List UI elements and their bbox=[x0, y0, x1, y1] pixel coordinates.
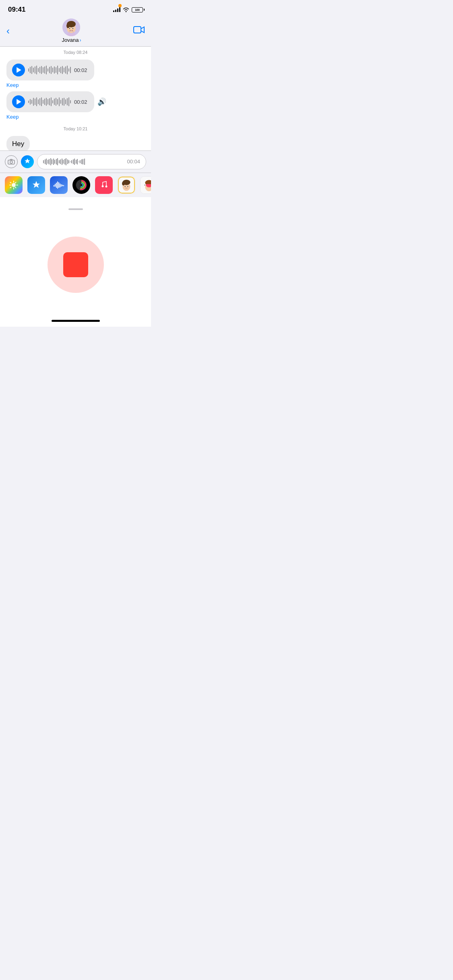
keep-link-2[interactable]: Keep bbox=[6, 114, 19, 120]
svg-point-43 bbox=[122, 181, 125, 185]
svg-rect-16 bbox=[13, 187, 14, 189]
app-music-button[interactable] bbox=[95, 176, 113, 194]
sticker-app-icon bbox=[141, 176, 151, 194]
memoji-app-icon bbox=[118, 176, 135, 194]
svg-rect-15 bbox=[13, 181, 14, 183]
orange-dot bbox=[118, 4, 122, 7]
play-button-2[interactable] bbox=[12, 95, 25, 108]
keep-link-1[interactable]: Keep bbox=[6, 82, 19, 88]
svg-marker-10 bbox=[17, 99, 21, 105]
svg-point-7 bbox=[72, 28, 73, 29]
audio-input-duration: 00:04 bbox=[127, 159, 140, 165]
messages-area: Today 08:24 00:02 Keep bbox=[0, 47, 151, 150]
text-bubble-1: Hey bbox=[6, 136, 30, 150]
svg-marker-9 bbox=[17, 67, 21, 73]
audio-input-field[interactable]: 00:04 bbox=[37, 154, 146, 169]
svg-rect-19 bbox=[10, 181, 12, 183]
contact-info[interactable]: Jovana › bbox=[62, 19, 81, 43]
camera-button[interactable] bbox=[5, 155, 18, 168]
messages-scroll: Today 08:24 00:02 Keep bbox=[0, 47, 151, 150]
duration-1: 00:02 bbox=[74, 67, 89, 73]
input-bar: 00:04 bbox=[0, 150, 151, 173]
activity-icon bbox=[75, 179, 88, 191]
appstore-button[interactable] bbox=[21, 155, 34, 168]
svg-rect-26 bbox=[57, 181, 58, 189]
recording-area bbox=[0, 197, 151, 317]
svg-rect-30 bbox=[62, 185, 63, 186]
svg-rect-18 bbox=[16, 185, 18, 185]
signal-icon bbox=[113, 7, 120, 12]
speaker-icon: 🔊 bbox=[97, 97, 106, 106]
appstore-app-icon bbox=[31, 180, 41, 190]
voice-icon bbox=[54, 181, 64, 189]
svg-rect-22 bbox=[14, 186, 17, 188]
svg-rect-21 bbox=[14, 181, 17, 183]
back-chevron-icon: ‹ bbox=[6, 25, 10, 37]
svg-rect-28 bbox=[60, 183, 60, 187]
svg-rect-31 bbox=[63, 185, 64, 186]
timestamp-2: Today 10:21 bbox=[0, 126, 151, 131]
audio-input-waveform bbox=[43, 158, 124, 166]
stop-recording-outer bbox=[48, 237, 104, 293]
svg-rect-8 bbox=[134, 27, 141, 33]
svg-rect-27 bbox=[58, 182, 59, 188]
svg-point-46 bbox=[125, 186, 126, 187]
svg-rect-25 bbox=[56, 183, 57, 188]
contact-name: Jovana › bbox=[62, 37, 81, 43]
apps-row bbox=[0, 173, 151, 197]
stop-recording-button[interactable] bbox=[63, 252, 88, 277]
battery-icon: 100 bbox=[132, 7, 143, 12]
play-icon-1 bbox=[17, 67, 21, 73]
play-icon-2 bbox=[17, 99, 21, 105]
home-bar bbox=[52, 320, 100, 322]
camera-icon bbox=[8, 159, 15, 165]
waveform-2 bbox=[28, 97, 71, 107]
app-container: 09:41 100 ‹ bbox=[0, 0, 151, 327]
svg-point-14 bbox=[12, 183, 16, 187]
svg-rect-17 bbox=[9, 185, 11, 185]
app-photos-button[interactable] bbox=[5, 176, 23, 194]
svg-rect-23 bbox=[54, 185, 54, 187]
appstore-icon bbox=[24, 158, 31, 165]
app-appstore-button[interactable] bbox=[27, 176, 45, 194]
app-voice-button[interactable] bbox=[50, 176, 68, 194]
svg-point-13 bbox=[10, 161, 12, 163]
status-icons: 100 bbox=[113, 7, 143, 12]
drag-indicator bbox=[68, 208, 83, 210]
video-call-button[interactable] bbox=[133, 25, 145, 36]
svg-rect-29 bbox=[61, 184, 62, 187]
photos-icon bbox=[9, 180, 19, 190]
timestamp-1: Today 08:24 bbox=[0, 50, 151, 55]
nav-header: ‹ bbox=[0, 17, 151, 47]
voice-bubble-1[interactable]: 00:02 bbox=[6, 60, 94, 80]
wifi-icon bbox=[123, 7, 129, 12]
svg-rect-24 bbox=[55, 184, 56, 187]
svg-point-6 bbox=[69, 28, 70, 29]
back-button[interactable]: ‹ bbox=[6, 25, 10, 37]
app-activity-button[interactable] bbox=[72, 176, 90, 194]
svg-point-47 bbox=[127, 186, 128, 187]
avatar bbox=[62, 19, 80, 36]
duration-2: 00:02 bbox=[74, 99, 89, 105]
contact-chevron-icon: › bbox=[79, 37, 81, 43]
status-bar: 09:41 100 bbox=[0, 0, 151, 17]
waveform-1 bbox=[28, 65, 71, 75]
message-voice-1: 00:02 Keep bbox=[0, 58, 151, 90]
memoji-avatar bbox=[62, 19, 80, 36]
message-text-1: Hey bbox=[0, 134, 151, 150]
home-indicator bbox=[0, 317, 151, 327]
voice-bubble-2[interactable]: 00:02 bbox=[6, 91, 94, 112]
play-button-1[interactable] bbox=[12, 64, 25, 76]
svg-rect-20 bbox=[10, 186, 12, 188]
app-memoji-button[interactable] bbox=[118, 176, 135, 194]
message-voice-2: 00:02 🔊 Keep bbox=[0, 90, 151, 121]
app-sticker-button[interactable] bbox=[140, 176, 151, 194]
video-icon bbox=[133, 25, 145, 34]
status-time: 09:41 bbox=[8, 6, 25, 14]
svg-point-39 bbox=[105, 185, 108, 187]
music-icon bbox=[99, 181, 108, 189]
